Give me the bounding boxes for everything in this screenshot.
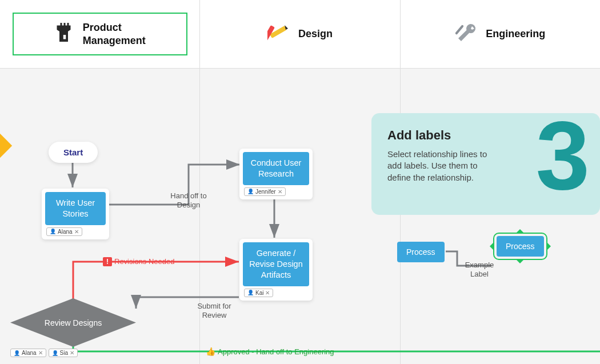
selection-handle-up[interactable]	[517, 226, 523, 233]
person-icon: 👤	[247, 189, 254, 194]
svg-rect-4	[455, 25, 464, 35]
person-icon: 👤	[50, 229, 56, 234]
alert-icon: !	[103, 257, 112, 266]
remove-icon[interactable]: ✕	[38, 350, 43, 356]
diamond-shape: Review Designs	[10, 298, 136, 347]
assignee-chips: 👤Alana✕ 👤Sia✕	[10, 349, 136, 357]
remove-icon[interactable]: ✕	[278, 189, 282, 195]
remove-icon[interactable]: ✕	[70, 350, 74, 356]
start-node[interactable]: Start	[49, 142, 98, 163]
assignee-chip[interactable]: 👤Kai✕	[244, 289, 273, 297]
selection-handle-right[interactable]	[547, 243, 554, 250]
instruction-callout: 3 Add labels Select relationship lines t…	[371, 113, 600, 215]
selection-handle-down[interactable]	[517, 260, 523, 267]
lane-header-product[interactable]: Product Management	[0, 0, 200, 68]
lane-title: Design	[298, 27, 333, 41]
thumbs-up-icon: 👍	[206, 347, 215, 357]
assignee-chips: 👤Alana✕	[42, 227, 109, 236]
assignee-chips: 👤Kai✕	[239, 289, 313, 297]
remove-icon[interactable]: ✕	[74, 229, 79, 235]
person-icon: 👤	[52, 350, 58, 356]
node-label: Generate / Revise Design Artifacts	[243, 242, 309, 286]
edge-label-approved: 👍Approved - Hand off to Engineering	[206, 347, 334, 357]
node-label: Write User Stories	[45, 192, 106, 225]
node-generate-artifacts[interactable]: Generate / Revise Design Artifacts 👤Kai✕	[239, 239, 313, 301]
example-process-b[interactable]: Process	[497, 236, 544, 257]
example-process-a[interactable]: Process	[397, 242, 445, 262]
example-edge-label: Example Label	[459, 261, 499, 278]
lane-col-design[interactable]	[200, 69, 400, 364]
node-label: Conduct User Research	[243, 152, 309, 185]
remove-icon[interactable]: ✕	[265, 290, 270, 296]
node-write-user-stories[interactable]: Write User Stories 👤Alana✕	[42, 189, 109, 239]
callout-body: Select relationship lines to add labels.…	[387, 149, 502, 183]
assignee-chip[interactable]: 👤Alana✕	[10, 349, 46, 357]
lane-header-design[interactable]: Design	[200, 0, 400, 68]
edge-label-handoff-design: Hand off to Design	[163, 191, 214, 209]
wrench-screwdriver-icon	[455, 22, 478, 47]
lane-title: Product Management	[83, 21, 146, 47]
lane-title: Engineering	[486, 27, 545, 41]
step-number: 3	[535, 99, 590, 211]
example-process-b-wrapper: Process	[497, 236, 544, 257]
person-icon: 👤	[247, 290, 254, 295]
swimlane-headers: Product Management Design Engineering	[0, 0, 600, 69]
castle-icon	[54, 21, 75, 47]
pencil-ruler-icon	[267, 22, 290, 47]
person-icon: 👤	[14, 350, 20, 356]
lane-header-engineering[interactable]: Engineering	[401, 0, 600, 68]
edge-label-submit: Submit for Review	[189, 302, 240, 319]
selection-handle-left[interactable]	[486, 243, 493, 250]
assignee-chip[interactable]: 👤Jennifer✕	[244, 187, 286, 196]
svg-rect-0	[63, 35, 66, 39]
assignee-chip[interactable]: 👤Sia✕	[49, 349, 78, 357]
edge-label-revisions: !Revisions Needed	[103, 257, 175, 266]
node-review-designs[interactable]: Review Designs 👤Alana✕ 👤Sia✕	[10, 298, 136, 357]
assignee-chips: 👤Jennifer✕	[239, 187, 313, 196]
node-conduct-user-research[interactable]: Conduct User Research 👤Jennifer✕	[239, 149, 313, 199]
assignee-chip[interactable]: 👤Alana✕	[46, 227, 82, 236]
